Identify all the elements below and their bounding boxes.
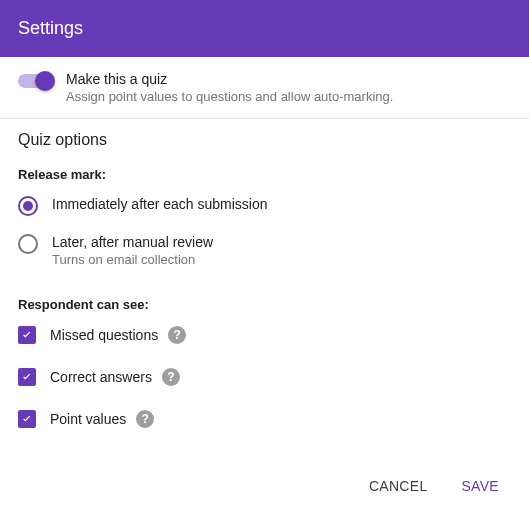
save-button[interactable]: Save	[453, 472, 507, 500]
checkbox-icon	[18, 326, 36, 344]
make-quiz-toggle[interactable]	[18, 74, 52, 88]
radio-icon	[18, 196, 38, 216]
radio-sub: Turns on email collection	[52, 252, 213, 267]
radio-text: Immediately after each submission	[52, 196, 268, 212]
help-icon[interactable]: ?	[168, 326, 186, 344]
radio-text: Later, after manual review Turns on emai…	[52, 234, 213, 267]
make-quiz-sub: Assign point values to questions and all…	[66, 89, 393, 104]
quiz-options-section: Quiz options Release mark: Immediately a…	[0, 119, 529, 428]
respondent-points[interactable]: Point values ?	[18, 410, 511, 428]
radio-icon	[18, 234, 38, 254]
make-quiz-row: Make this a quiz Assign point values to …	[0, 57, 529, 119]
release-mark-title: Release mark:	[18, 167, 511, 182]
checkbox-icon	[18, 410, 36, 428]
check-label: Correct answers	[50, 369, 152, 385]
respondent-missed[interactable]: Missed questions ?	[18, 326, 511, 344]
respondent-title: Respondent can see:	[18, 297, 511, 312]
toggle-knob	[35, 71, 55, 91]
dialog-title: Settings	[18, 18, 83, 38]
cancel-button[interactable]: Cancel	[361, 472, 436, 500]
checkbox-icon	[18, 368, 36, 386]
make-quiz-label: Make this a quiz	[66, 71, 393, 87]
respondent-correct[interactable]: Correct answers ?	[18, 368, 511, 386]
radio-label: Immediately after each submission	[52, 196, 268, 212]
dialog-footer: Cancel Save	[0, 458, 529, 514]
check-label: Point values	[50, 411, 126, 427]
make-quiz-text: Make this a quiz Assign point values to …	[66, 71, 393, 104]
help-icon[interactable]: ?	[162, 368, 180, 386]
check-label: Missed questions	[50, 327, 158, 343]
quiz-options-title: Quiz options	[18, 131, 511, 149]
release-option-later[interactable]: Later, after manual review Turns on emai…	[18, 234, 511, 267]
radio-label: Later, after manual review	[52, 234, 213, 250]
release-option-immediate[interactable]: Immediately after each submission	[18, 196, 511, 216]
help-icon[interactable]: ?	[136, 410, 154, 428]
dialog-header: Settings	[0, 0, 529, 57]
